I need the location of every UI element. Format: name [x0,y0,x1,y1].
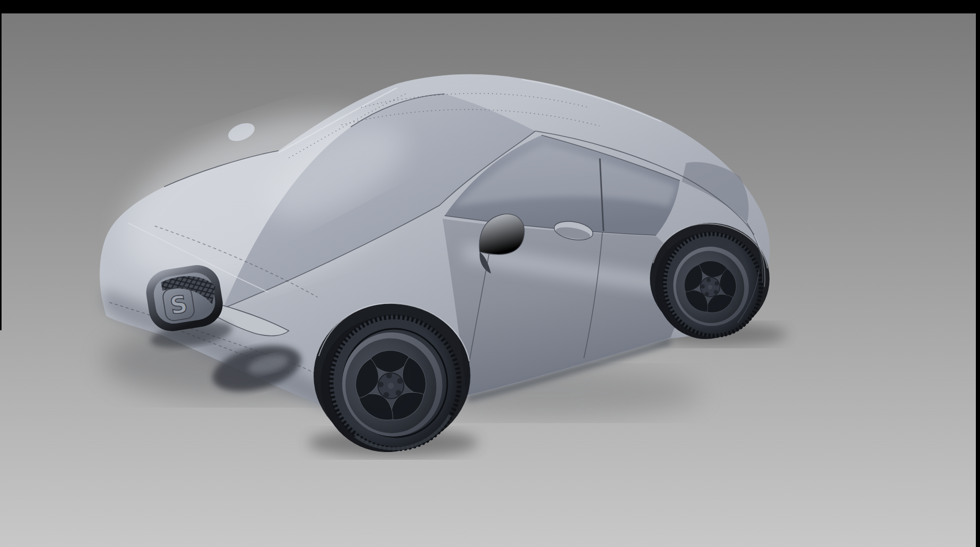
letterbox-top-bar [0,0,980,13]
app-window: S [0,0,980,547]
letterbox-left-strip [0,0,2,330]
viewport-3d[interactable]: S [0,0,980,547]
letterbox-right-strip [976,0,980,547]
